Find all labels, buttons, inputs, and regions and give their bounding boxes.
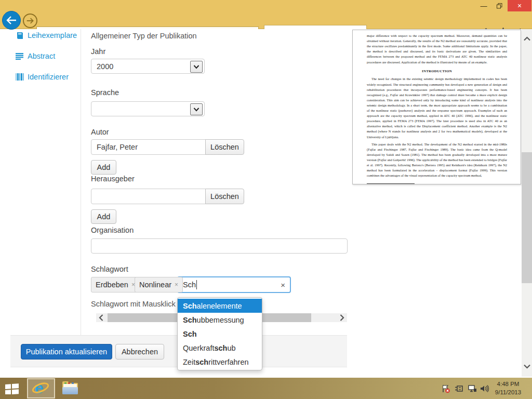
back-arrow-icon [6, 16, 17, 24]
autocomplete-query: Sch [183, 281, 196, 289]
start-button[interactable] [4, 382, 20, 395]
section-label: Allgemeiner Typ der Publikation [91, 32, 197, 40]
autor-input-group: Löschen [91, 139, 244, 155]
autor-input[interactable] [91, 139, 206, 155]
pdf-section-heading: INTRODUCTION [367, 69, 507, 74]
scroll-left-icon[interactable] [97, 314, 105, 322]
clock-time: 4:48 PM [487, 380, 529, 388]
select-arrow-box[interactable] [190, 103, 203, 115]
submit-button[interactable]: Publikation aktualisieren [21, 344, 112, 360]
back-button[interactable] [2, 11, 21, 30]
taskbar-explorer-button[interactable] [61, 381, 80, 396]
sidebar-item-label: Identifizierer [28, 73, 69, 81]
sidebar-divider [81, 29, 81, 335]
sprache-select[interactable] [91, 101, 205, 116]
autocomplete-dropdown: SchalenelementeSchubbemessungSchQuerkraf… [177, 297, 262, 370]
herausgeber-clear-button[interactable]: Löschen [205, 189, 244, 204]
align-left-icon [16, 53, 24, 60]
network-icon[interactable] [468, 384, 477, 393]
barcode-icon [16, 73, 24, 81]
sidebar-item-abstract[interactable]: Abstract [16, 52, 55, 60]
suggestion-item[interactable]: Schubbemessung [178, 313, 262, 327]
text-cursor [196, 280, 197, 289]
organisation-input[interactable] [91, 238, 348, 254]
forward-button[interactable] [23, 14, 37, 28]
taskbar: e 4:48 PM 9/11/2013 [0, 378, 532, 399]
sprache-label: Sprache [91, 88, 119, 97]
vertical-scrollbar-thumb[interactable] [522, 152, 532, 283]
jahr-select[interactable]: 2000 [91, 59, 205, 74]
schlagwort-hint: Schlagwort mit Mausklick d [91, 300, 182, 308]
autor-clear-button[interactable]: Löschen [205, 139, 244, 155]
pdf-preview-card: major difference with respect to the cap… [352, 30, 521, 184]
screen: — × https:// .mylibrar.io/publications/5… [0, 0, 532, 399]
window-minimize-button[interactable]: — [476, 0, 491, 11]
herausgeber-label: Herausgeber [91, 175, 135, 183]
window-close-button[interactable]: × [508, 0, 531, 11]
taskbar-ie-button[interactable]: e [27, 378, 55, 398]
scroll-down-icon[interactable] [522, 361, 532, 371]
window-restore-button[interactable] [491, 0, 507, 11]
restore-icon [497, 3, 502, 9]
window-titlebar: — × [0, 0, 532, 12]
suggestion-item[interactable]: Schalenelemente [178, 299, 262, 313]
pdf-paragraph: major difference with respect to the cap… [367, 33, 507, 65]
tag-label: Nonlinear [139, 281, 171, 289]
page-content: Leihexemplare Abstract Identifizierer Al… [0, 29, 532, 377]
pdf-paragraph: The need for changes in the existing sei… [367, 76, 507, 139]
clock-date: 9/11/2013 [487, 388, 529, 396]
schlagwort-tag[interactable]: Erdbeben× [91, 277, 140, 292]
tag-remove-icon[interactable]: × [175, 281, 178, 288]
suggestion-item[interactable]: Zeitschrittverfahren [178, 355, 262, 369]
herausgeber-input-group: Löschen [91, 189, 244, 204]
jahr-label: Jahr [91, 47, 105, 56]
scroll-right-icon[interactable] [338, 314, 346, 322]
suggestion-item[interactable]: Querkraftschub [178, 341, 262, 355]
action-center-flag-icon[interactable] [441, 384, 450, 393]
organisation-label: Organisation [91, 226, 134, 234]
clear-input-icon[interactable]: × [281, 281, 285, 289]
schlagwort-label: Schlagwort [91, 265, 128, 273]
tag-label: Erdbeben [96, 281, 128, 289]
herausgeber-add-button[interactable]: Add [91, 209, 116, 224]
sidebar-item-leihexemplare[interactable]: Leihexemplare [16, 31, 77, 39]
sidebar-item-identifizierer[interactable]: Identifizierer [16, 73, 69, 81]
autor-add-button[interactable]: Add [91, 160, 116, 175]
cancel-button[interactable]: Abbrechen [115, 344, 164, 360]
sidebar-item-label: Abstract [28, 52, 55, 60]
pdf-paragraph: This paper deals with the N2 method. The… [367, 142, 507, 179]
suggestion-item[interactable]: Sch [178, 327, 262, 341]
forward-arrow-icon [26, 18, 34, 24]
scroll-up-icon[interactable] [522, 33, 532, 44]
select-arrow-box[interactable] [190, 61, 203, 73]
browser-chrome: https:// .mylibrar.io/publications/521/e… [0, 12, 532, 29]
sidebar-item-label: Leihexemplare [28, 31, 77, 39]
book-icon [16, 32, 24, 39]
autor-label: Autor [91, 128, 109, 136]
power-plug-icon[interactable] [455, 384, 464, 393]
herausgeber-input[interactable] [91, 189, 206, 204]
vertical-scrollbar[interactable] [522, 29, 532, 377]
windows-logo-icon [5, 383, 19, 394]
jahr-value: 2000 [97, 62, 113, 71]
footnote-rule [367, 183, 415, 184]
chevron-down-icon [193, 108, 200, 112]
internet-explorer-icon: e [32, 381, 50, 396]
taskbar-clock[interactable]: 4:48 PM 9/11/2013 [487, 380, 529, 396]
schlagwort-tag[interactable]: Nonlinear× [135, 277, 183, 292]
schlagwort-autocomplete-input[interactable]: Sch × [177, 276, 291, 293]
pdf-text: major difference with respect to the cap… [367, 33, 507, 184]
chevron-down-icon [193, 65, 200, 69]
